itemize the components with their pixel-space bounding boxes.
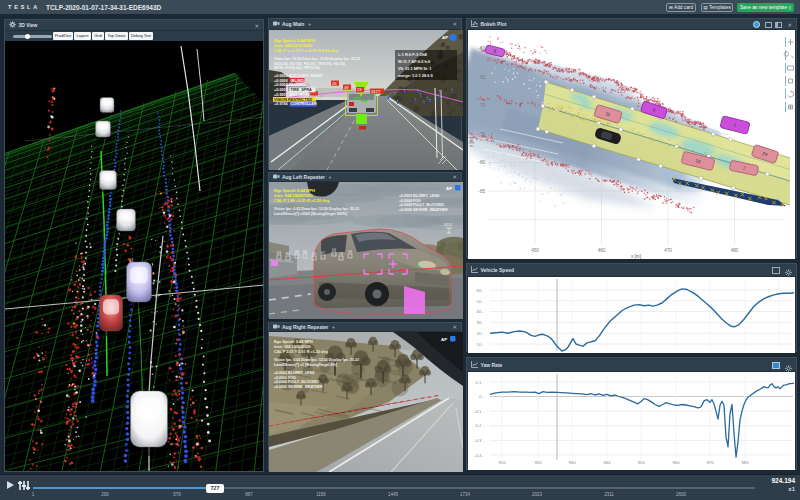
svg-text:+0.0015: +0.0015 bbox=[274, 88, 288, 92]
svg-text:+0.0003 BLURRY_LENS: +0.0003 BLURRY_LENS bbox=[399, 194, 440, 198]
svg-text:+0.0000 FULLY_BLOCKED: +0.0000 FULLY_BLOCKED bbox=[274, 380, 320, 384]
svg-text:7.8: 7.8 bbox=[339, 252, 343, 256]
svg-text:950: 950 bbox=[637, 460, 645, 465]
svg-text:20 -: 20 - bbox=[477, 331, 485, 336]
svg-text:+0.0003 BLURRY_LENS: +0.0003 BLURRY_LENS bbox=[274, 371, 315, 375]
svg-text:49: 49 bbox=[344, 85, 349, 90]
svg-text:50 -: 50 - bbox=[477, 299, 485, 304]
svg-text:y [m]: y [m] bbox=[469, 137, 474, 147]
svg-text:-75: -75 bbox=[478, 132, 485, 137]
svg-text:+0.0000 FOG: +0.0000 FOG bbox=[399, 199, 421, 203]
svg-text:3.9: 3.9 bbox=[348, 250, 352, 254]
svg-text:+0.9746: +0.9746 bbox=[274, 102, 288, 106]
svg-text:LaneDSnsur[*] =1 [MovingTarget: LaneDSnsur[*] =1 [MovingTarget 0%] bbox=[274, 363, 337, 367]
svg-text:Ego Speed: 9.44 MPH: Ego Speed: 9.44 MPH bbox=[274, 340, 313, 344]
svg-text:AP: AP bbox=[442, 35, 448, 40]
svg-text:-0.4 -: -0.4 - bbox=[474, 453, 485, 458]
svg-text:910: 910 bbox=[498, 460, 506, 465]
svg-text:470: 470 bbox=[664, 248, 672, 253]
svg-text:W:11.7 AP:6.5 h:0: W:11.7 AP:6.5 h:0 bbox=[398, 59, 430, 64]
svg-text:VISION RESTRICTED: VISION RESTRICTED bbox=[274, 98, 312, 102]
svg-text:AP: AP bbox=[446, 186, 452, 191]
svg-text:N(20.00), E(1.00), P(0.00), TF: N(20.00), E(1.00), P(0.00), TF(0.00), S(… bbox=[274, 62, 346, 66]
svg-text:time: 924.190920000: time: 924.190920000 bbox=[274, 345, 311, 349]
svg-text:930: 930 bbox=[568, 460, 576, 465]
svg-text:Vision fps: 0.02 Draw fps: 12.: Vision fps: 0.02 Draw fps: 12.50 Display… bbox=[274, 207, 359, 211]
svg-text:-60: -60 bbox=[478, 46, 485, 51]
svg-text:+0.9917 WET_ROAD: +0.9917 WET_ROAD bbox=[274, 93, 311, 97]
svg-text:10 -: 10 - bbox=[477, 342, 485, 347]
svg-text:+0.0002 FANNING: +0.0002 FANNING bbox=[274, 83, 306, 87]
svg-text:0 -: 0 - bbox=[479, 394, 485, 399]
svg-text:4.9: 4.9 bbox=[295, 250, 299, 254]
svg-text:V9: 51.1 MPH 9t: 1: V9: 51.1 MPH 9t: 1 bbox=[398, 66, 432, 71]
svg-text:-0.2 -: -0.2 - bbox=[474, 423, 485, 428]
svg-text:1.4: 1.4 bbox=[312, 252, 316, 256]
svg-text:Vision fps: 0.02 Draw fps: 12.: Vision fps: 0.02 Draw fps: 12.50 Display… bbox=[274, 358, 359, 362]
svg-text:(BLIND): (BLIND) bbox=[291, 79, 306, 83]
svg-text:3477: 3477 bbox=[371, 89, 381, 94]
svg-text:8.5: 8.5 bbox=[286, 252, 290, 256]
svg-text:450: 450 bbox=[531, 248, 539, 253]
svg-text:+0.0000 AUTOLWIP_REAW: +0.0000 AUTOLWIP_REAW bbox=[274, 74, 323, 78]
svg-text:CONTROLLER: CONTROLLER bbox=[291, 102, 318, 106]
svg-text:CAL P 1.89 +0.31 R =1.20 deg: CAL P 1.89 +0.31 R =1.20 deg bbox=[274, 198, 330, 203]
svg-text:-80: -80 bbox=[478, 160, 485, 165]
svg-text:-85: -85 bbox=[478, 189, 485, 194]
svg-text:CAL P =+1.70 Y =+0.50 R 0.00 d: CAL P =+1.70 Y =+0.50 R 0.00 deg bbox=[274, 48, 338, 53]
svg-text:940: 940 bbox=[603, 460, 611, 465]
svg-text:26: 26 bbox=[332, 81, 337, 86]
svg-text:8.6: 8.6 bbox=[303, 250, 307, 254]
svg-text:-0.3 -: -0.3 - bbox=[474, 438, 485, 443]
svg-text:960: 960 bbox=[672, 460, 680, 465]
svg-text:-65: -65 bbox=[478, 75, 485, 80]
svg-text:-70: -70 bbox=[478, 103, 485, 108]
svg-text:920: 920 bbox=[534, 460, 542, 465]
svg-text:2.3.3: 2.3.3 bbox=[444, 223, 452, 227]
svg-text:970: 970 bbox=[706, 460, 714, 465]
svg-text:6.7: 6.7 bbox=[321, 251, 325, 255]
svg-text:WPM: FLP(0.00), FRP(0.00): WPM: FLP(0.00), FRP(0.00) bbox=[274, 66, 321, 70]
svg-text:23: 23 bbox=[357, 87, 362, 92]
svg-text:L:1 R:0 F:3 OhE: L:1 R:0 F:3 OhE bbox=[398, 52, 428, 57]
svg-text:1.9: 1.9 bbox=[332, 248, 336, 252]
svg-text:30 -: 30 - bbox=[477, 320, 485, 325]
svg-text:+0.0000 SEVERE_WEATHER: +0.0000 SEVERE_WEATHER bbox=[274, 385, 323, 389]
svg-text:60 -: 60 - bbox=[477, 288, 485, 293]
svg-text:0.1 -: 0.1 - bbox=[475, 380, 484, 385]
svg-text:CAL P 3.01 Y 0.91 R =1.20 deg: CAL P 3.01 Y 0.91 R =1.20 deg bbox=[274, 350, 329, 354]
svg-text:-0.1 -: -0.1 - bbox=[474, 409, 485, 414]
svg-text:LaneDSnsur[*] =1502 [MovingTar: LaneDSnsur[*] =1502 [MovingTarget 100%] bbox=[274, 212, 347, 216]
svg-text:980: 980 bbox=[741, 460, 749, 465]
svg-text:merge: 1.0 1 28.6 9: merge: 1.0 1 28.6 9 bbox=[398, 73, 433, 78]
svg-text:480: 480 bbox=[731, 248, 739, 253]
svg-text:+0.0000 SEVERE_WEATHER: +0.0000 SEVERE_WEATHER bbox=[399, 208, 448, 212]
svg-text:x [m]: x [m] bbox=[631, 254, 641, 259]
svg-text:40 -: 40 - bbox=[477, 309, 485, 314]
svg-text:+0.0000 FULLY_BLOCKED: +0.0000 FULLY_BLOCKED bbox=[399, 203, 445, 207]
svg-text:Video fps: 12.52 Draw fps: 1: Video fps: 12.52 Draw fps: 12.50 Display… bbox=[274, 57, 360, 61]
svg-text:6.3: 6.3 bbox=[277, 251, 281, 255]
svg-text:+0.0000 FOG: +0.0000 FOG bbox=[274, 376, 296, 380]
svg-text:460: 460 bbox=[598, 248, 606, 253]
svg-text:TIRE_SPRA: TIRE_SPRA bbox=[291, 88, 313, 92]
svg-text:+0.0000: +0.0000 bbox=[274, 79, 288, 83]
svg-text:AP: AP bbox=[441, 337, 447, 342]
